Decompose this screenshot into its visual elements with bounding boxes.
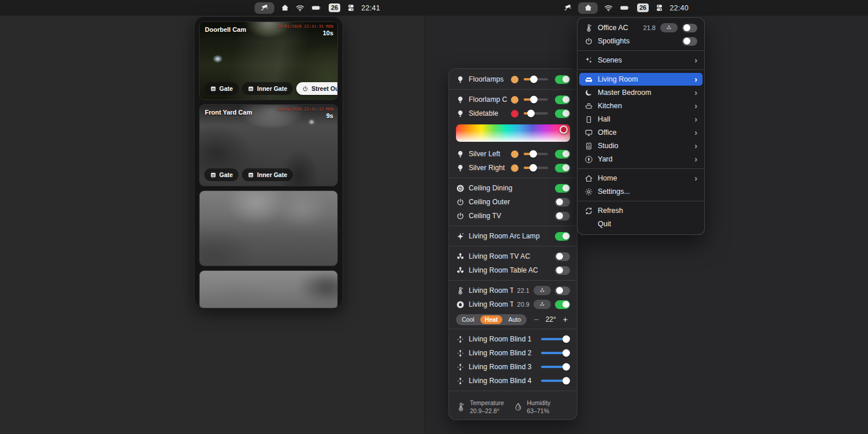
input-switcher-icon[interactable] [346,3,355,13]
wifi-icon[interactable] [604,3,613,13]
screenshot-divider [425,0,425,434]
power-toggle[interactable] [555,212,570,220]
gate-button[interactable]: Gate [204,82,238,95]
menu-item-studio[interactable]: Studio › [579,139,703,152]
camera-tile-front-yard[interactable]: Front Yard Cam 25/01/2026 22:41:17 MON 9… [199,104,338,186]
color-dot[interactable] [511,150,518,158]
menu-item-yard[interactable]: Yard › [579,153,703,165]
power-toggle[interactable] [555,150,570,159]
bulb-icon [456,164,465,172]
mode-segmented-control: Cool Heat Auto [456,314,527,325]
gate-button[interactable]: Gate [204,168,238,181]
device-label: Living Room TV AC [469,252,551,260]
power-toggle[interactable] [682,37,697,46]
separator [449,329,577,329]
chevron-right-icon: › [694,155,697,163]
brightness-slider[interactable] [524,78,548,80]
menu-item-quit[interactable]: Quit [579,218,703,230]
brightness-slider[interactable] [524,112,548,115]
battery-icon[interactable] [310,3,323,13]
power-toggle[interactable] [682,24,697,32]
mode-auto-button[interactable]: Auto [503,315,525,324]
power-toggle[interactable] [555,286,570,295]
bulb-icon [456,150,465,159]
fan-mode-button[interactable] [660,23,678,32]
fan-mode-button[interactable] [534,286,551,295]
power-toggle[interactable] [555,300,570,309]
camera-app-menubar-button[interactable] [255,2,274,14]
blind-position-slider[interactable] [541,366,568,368]
chevron-right-icon: › [694,56,697,64]
home-app-menubar-button[interactable] [280,3,289,13]
power-toggle[interactable] [555,95,570,104]
inner-gate-button[interactable]: Inner Gate [242,168,293,181]
blind-position-slider[interactable] [541,352,568,354]
menu-item-office-ac[interactable]: Office AC 21.8 [579,21,703,34]
device-row-thermostat-table: Living Room Ta... 20.9 [449,297,577,311]
menu-item-living-room[interactable]: Living Room › [579,73,703,86]
menu-item-label: Settings... [598,187,697,196]
mode-heat-button[interactable]: Heat [480,315,503,324]
power-toggle[interactable] [555,184,570,193]
menu-item-office[interactable]: Office › [579,126,703,139]
cctv-icon [260,3,269,13]
flame-icon [456,300,465,309]
power-toggle[interactable] [555,232,570,241]
color-picker-knob[interactable] [560,126,568,134]
temperature-reading: 21.8 [643,24,656,31]
input-switcher-icon[interactable] [654,3,664,13]
menu-item-label: Office [598,128,690,137]
power-toggle[interactable] [555,198,570,207]
home-app-menubar-button[interactable] [578,2,598,14]
setpoint-decrease-button[interactable]: − [531,315,540,323]
camera-quick-actions: Gate Inner Gate [204,168,293,181]
camera-tile-doorbell[interactable]: Doorbell Cam 25/01/2026 22:41:35 MON 10s… [199,21,338,100]
camera-timestamp: 25/01/2026 22:41:35 MON [277,24,333,29]
camera-tile-loading-1[interactable] [199,190,338,266]
display-icon [584,128,593,137]
battery-icon[interactable] [619,3,631,13]
device-label: Silver Right [469,164,507,172]
menu-item-refresh[interactable]: Refresh [579,204,703,217]
power-toggle[interactable] [555,266,570,275]
clock[interactable]: 22:40 [670,4,689,12]
menu-item-home[interactable]: Home › [579,172,703,185]
fan-mode-button[interactable] [534,300,551,309]
wifi-icon[interactable] [295,3,304,13]
fan-icon [456,266,465,275]
clock[interactable]: 22:41 [361,4,380,12]
brightness-slider[interactable] [524,153,548,155]
power-toggle[interactable] [555,75,570,84]
battery-percent-badge[interactable]: 26 [637,3,649,12]
street-outside-button[interactable]: Street Outside [296,82,338,95]
color-dot[interactable] [511,96,518,104]
brightness-slider[interactable] [524,167,548,169]
color-dot[interactable] [511,76,518,83]
menu-item-settings[interactable]: Settings... [579,185,703,198]
power-toggle[interactable] [555,109,570,118]
menu-item-master-bedroom[interactable]: Master Bedroom › [579,86,703,99]
power-toggle[interactable] [555,252,570,261]
mode-cool-button[interactable]: Cool [457,315,479,324]
separator [578,50,704,51]
color-dot[interactable] [511,110,518,117]
brightness-slider[interactable] [524,98,548,101]
device-row-ceiling-outer: Ceiling Outer [449,195,577,209]
pot-icon [584,102,593,111]
blind-position-slider[interactable] [541,380,568,382]
camera-tile-loading-2[interactable] [199,270,338,308]
battery-percent-badge[interactable]: 26 [329,3,340,12]
menu-item-hall[interactable]: Hall › [579,113,703,126]
cctv-icon[interactable] [563,3,572,13]
fan-icon [539,288,545,293]
blind-position-slider[interactable] [541,338,568,340]
menu-item-kitchen[interactable]: Kitchen › [579,100,703,112]
color-picker-strip[interactable] [456,124,570,142]
garage-icon [248,86,254,92]
menu-item-scenes[interactable]: Scenes › [579,54,703,67]
setpoint-increase-button[interactable]: + [561,315,570,323]
inner-gate-button[interactable]: Inner Gate [242,82,293,95]
power-toggle[interactable] [555,164,570,172]
menu-item-spotlights[interactable]: Spotlights [579,35,703,47]
color-dot[interactable] [511,164,518,172]
